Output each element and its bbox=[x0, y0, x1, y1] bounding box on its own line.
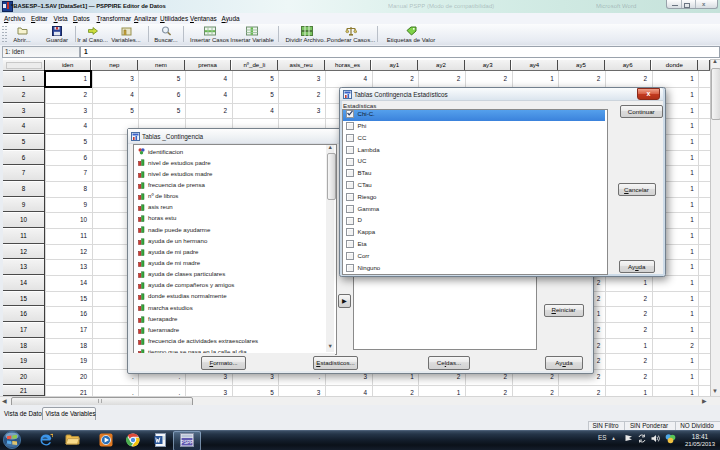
svg-text:PSPP: PSPP bbox=[181, 440, 193, 445]
